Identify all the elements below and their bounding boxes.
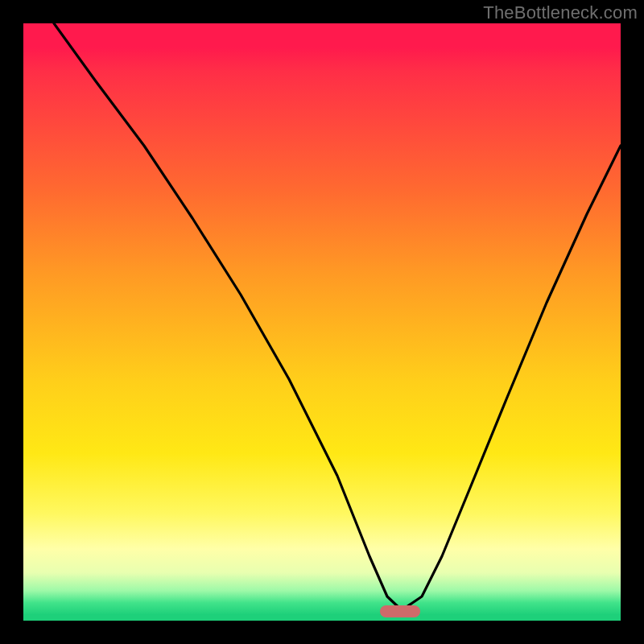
watermark-text: TheBottleneck.com — [483, 2, 638, 23]
optimum-marker — [380, 605, 420, 617]
bottleneck-curve — [23, 23, 621, 621]
plot-area — [23, 23, 621, 621]
chart-frame: TheBottleneck.com — [0, 0, 644, 644]
